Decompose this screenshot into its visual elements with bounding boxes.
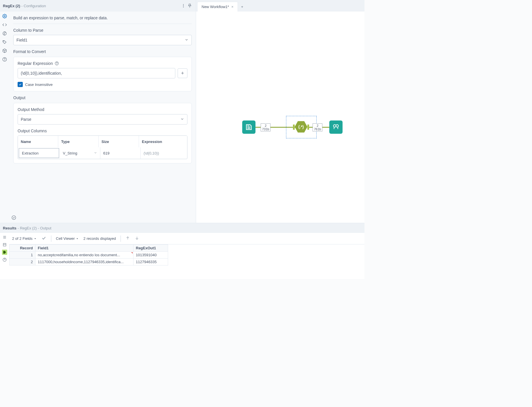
regex-node-label: (.*): [298, 125, 304, 129]
config-panel: RegEx (2) - Configuration: [0, 0, 196, 223]
workflow-canvas[interactable]: 2731b (.*) 2761b: [196, 12, 364, 223]
results-subtitle: - RegEx (2) - Output: [18, 226, 51, 230]
svg-rect-16: [3, 243, 6, 246]
arrow-down-icon[interactable]: [135, 236, 139, 241]
check-circle-icon[interactable]: [11, 215, 17, 221]
svg-point-0: [183, 4, 184, 5]
tag-icon[interactable]: [2, 39, 7, 45]
svg-point-7: [5, 60, 5, 61]
checkbox-checked-icon: [18, 82, 23, 87]
regex-label: Regular Expression: [18, 61, 187, 66]
config-title: RegEx (2): [3, 4, 20, 8]
chevron-down-icon: [180, 117, 184, 122]
help-icon[interactable]: [2, 257, 7, 262]
package-icon[interactable]: [2, 48, 7, 54]
output-col-type-select[interactable]: V_String: [60, 147, 100, 159]
svg-marker-19: [34, 238, 36, 239]
chevron-down-icon: [94, 151, 97, 155]
regex-tool-node[interactable]: (.*): [295, 120, 307, 133]
table-row[interactable]: 1 no,acceptcredifamilia,no entiendo los …: [10, 252, 168, 259]
output-port-icon[interactable]: [2, 250, 7, 255]
svg-point-1: [183, 5, 184, 6]
connection-badge: 2731b: [261, 123, 270, 131]
canvas-panel: New Workflow1* × + 2731b: [196, 0, 364, 223]
svg-marker-20: [77, 238, 78, 239]
svg-point-10: [12, 216, 16, 219]
config-header: RegEx (2) - Configuration: [0, 0, 196, 12]
code-icon[interactable]: [2, 22, 7, 28]
svg-point-12: [336, 125, 339, 127]
output-method-select[interactable]: Parse: [18, 114, 187, 125]
svg-point-11: [333, 125, 336, 127]
browse-tool-node[interactable]: [329, 120, 343, 134]
case-insensitive-label: Case Insensitive: [25, 82, 52, 87]
close-tab-icon[interactable]: ×: [231, 5, 234, 9]
output-label: Output: [13, 95, 192, 100]
col-header-type: Type: [58, 136, 99, 147]
add-expression-button[interactable]: +: [178, 68, 187, 78]
gear-icon[interactable]: [2, 13, 7, 19]
svg-point-9: [57, 64, 57, 65]
output-columns-label: Output Columns: [18, 129, 187, 133]
output-port[interactable]: [307, 125, 309, 130]
list-icon[interactable]: [2, 235, 7, 240]
fields-dropdown[interactable]: 2 of 2 Fields: [12, 236, 37, 241]
svg-point-5: [3, 41, 4, 41]
results-title: Results: [3, 226, 16, 230]
cell-viewer-dropdown[interactable]: Cell Viewer: [56, 236, 79, 241]
col-header-record[interactable]: Record: [10, 245, 35, 252]
svg-point-2: [183, 7, 184, 7]
help-icon[interactable]: [54, 61, 59, 66]
truncated-marker-icon: [131, 252, 133, 254]
results-header: Results - RegEx (2) - Output: [0, 223, 364, 233]
new-tab-button[interactable]: +: [238, 2, 247, 12]
svg-point-3: [4, 16, 5, 17]
pin-icon[interactable]: [187, 3, 193, 9]
config-left-rail: [0, 12, 9, 223]
column-to-parse-value: Field1: [16, 38, 27, 42]
output-columns-table: Name Type Size Expression Extraction V_S…: [18, 135, 187, 159]
results-toolbar: 2 of 2 Fields Cell Viewer 2 records disp…: [9, 233, 364, 244]
nav-icon[interactable]: [2, 31, 7, 36]
output-col-name-input[interactable]: Extraction: [19, 148, 59, 158]
col-header-field1[interactable]: Field1: [35, 245, 134, 252]
format-to-convert-label: Format to Convert: [13, 49, 192, 54]
input-tool-node[interactable]: [242, 120, 255, 134]
output-col-expression: (\d{0,10}): [141, 147, 187, 159]
arrow-up-icon[interactable]: [125, 236, 130, 241]
more-icon[interactable]: [180, 3, 187, 9]
records-displayed-text: 2 records displayed: [83, 236, 116, 241]
col-header-size: Size: [99, 136, 139, 147]
input-port[interactable]: [293, 125, 295, 130]
column-to-parse-select[interactable]: Field1: [13, 35, 192, 45]
regex-input[interactable]: (\d{0,10}),identification,: [18, 68, 175, 78]
output-group: Output Method Parse Output Columns Name …: [13, 103, 192, 163]
output-method-value: Parse: [21, 117, 31, 122]
canvas-tabs: New Workflow1* × +: [196, 0, 364, 12]
case-insensitive-checkbox[interactable]: Case Insensitive: [18, 82, 187, 87]
output-col-size-input[interactable]: 619: [100, 147, 141, 159]
check-icon[interactable]: [41, 235, 46, 242]
config-subtitle: - Configuration: [21, 4, 46, 8]
tab-label: New Workflow1*: [202, 5, 229, 9]
table-icon[interactable]: [2, 242, 7, 247]
table-row[interactable]: 2 1117000,householdincome,1127946335,ide…: [10, 259, 168, 265]
col-header-name: Name: [18, 136, 58, 147]
help-icon[interactable]: [2, 56, 7, 62]
connection-badge: 2761b: [313, 123, 322, 131]
chevron-down-icon: [185, 38, 189, 43]
column-to-parse-label: Column to Parse: [13, 28, 192, 33]
results-rail: [0, 233, 9, 279]
workflow-tab[interactable]: New Workflow1* ×: [197, 2, 238, 12]
results-grid[interactable]: Record Field1 RegExOut1 1 no,acceptcredi…: [9, 244, 168, 265]
col-header-expression: Expression: [139, 136, 187, 147]
results-panel: Results - RegEx (2) - Output: [0, 223, 364, 279]
format-to-convert-group: Regular Expression (\d{0,10}),identifica…: [13, 57, 192, 91]
config-intro: Build an expression to parse, match, or …: [13, 14, 192, 24]
output-method-label: Output Method: [18, 107, 187, 112]
col-header-regexout[interactable]: RegExOut1: [134, 245, 168, 252]
